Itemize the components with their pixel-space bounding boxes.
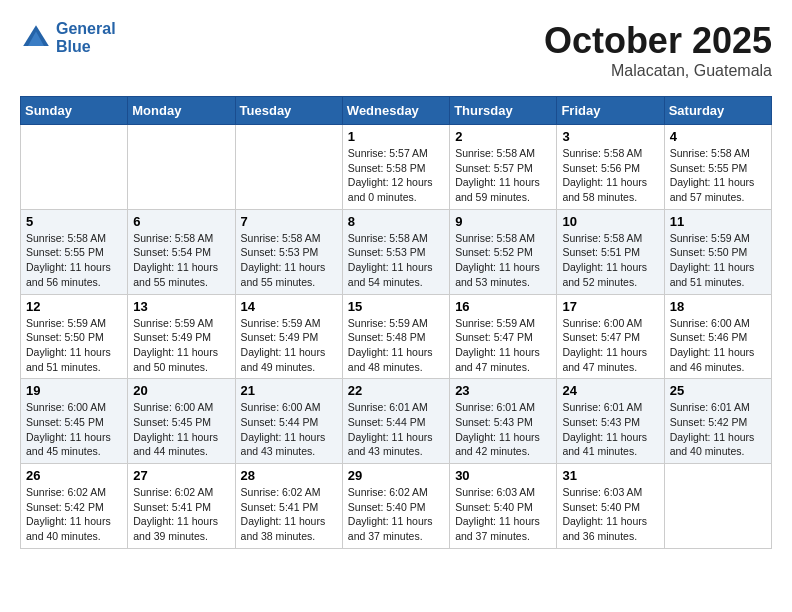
header-thursday: Thursday	[450, 97, 557, 125]
day-cell: 27Sunrise: 6:02 AMSunset: 5:41 PMDayligh…	[128, 464, 235, 549]
day-detail: Sunrise: 6:01 AMSunset: 5:43 PMDaylight:…	[562, 400, 658, 459]
day-number: 16	[455, 299, 551, 314]
day-number: 2	[455, 129, 551, 144]
day-number: 9	[455, 214, 551, 229]
day-number: 6	[133, 214, 229, 229]
week-row-4: 19Sunrise: 6:00 AMSunset: 5:45 PMDayligh…	[21, 379, 772, 464]
day-detail: Sunrise: 5:58 AMSunset: 5:55 PMDaylight:…	[26, 231, 122, 290]
day-detail: Sunrise: 5:57 AMSunset: 5:58 PMDaylight:…	[348, 146, 444, 205]
day-cell: 2Sunrise: 5:58 AMSunset: 5:57 PMDaylight…	[450, 125, 557, 210]
day-detail: Sunrise: 5:59 AMSunset: 5:47 PMDaylight:…	[455, 316, 551, 375]
day-number: 23	[455, 383, 551, 398]
day-cell: 22Sunrise: 6:01 AMSunset: 5:44 PMDayligh…	[342, 379, 449, 464]
day-cell: 11Sunrise: 5:59 AMSunset: 5:50 PMDayligh…	[664, 209, 771, 294]
day-cell: 26Sunrise: 6:02 AMSunset: 5:42 PMDayligh…	[21, 464, 128, 549]
week-row-3: 12Sunrise: 5:59 AMSunset: 5:50 PMDayligh…	[21, 294, 772, 379]
day-cell: 1Sunrise: 5:57 AMSunset: 5:58 PMDaylight…	[342, 125, 449, 210]
day-cell: 8Sunrise: 5:58 AMSunset: 5:53 PMDaylight…	[342, 209, 449, 294]
day-detail: Sunrise: 5:58 AMSunset: 5:57 PMDaylight:…	[455, 146, 551, 205]
day-cell: 30Sunrise: 6:03 AMSunset: 5:40 PMDayligh…	[450, 464, 557, 549]
header-wednesday: Wednesday	[342, 97, 449, 125]
day-detail: Sunrise: 5:58 AMSunset: 5:52 PMDaylight:…	[455, 231, 551, 290]
day-detail: Sunrise: 5:59 AMSunset: 5:50 PMDaylight:…	[26, 316, 122, 375]
day-detail: Sunrise: 5:59 AMSunset: 5:48 PMDaylight:…	[348, 316, 444, 375]
day-number: 1	[348, 129, 444, 144]
day-number: 4	[670, 129, 766, 144]
day-cell: 24Sunrise: 6:01 AMSunset: 5:43 PMDayligh…	[557, 379, 664, 464]
day-cell	[664, 464, 771, 549]
day-cell: 28Sunrise: 6:02 AMSunset: 5:41 PMDayligh…	[235, 464, 342, 549]
day-cell: 18Sunrise: 6:00 AMSunset: 5:46 PMDayligh…	[664, 294, 771, 379]
day-cell: 20Sunrise: 6:00 AMSunset: 5:45 PMDayligh…	[128, 379, 235, 464]
day-detail: Sunrise: 5:58 AMSunset: 5:51 PMDaylight:…	[562, 231, 658, 290]
day-number: 7	[241, 214, 337, 229]
day-number: 22	[348, 383, 444, 398]
day-number: 19	[26, 383, 122, 398]
day-number: 15	[348, 299, 444, 314]
day-detail: Sunrise: 6:02 AMSunset: 5:41 PMDaylight:…	[133, 485, 229, 544]
logo-text: General Blue	[56, 20, 116, 56]
day-detail: Sunrise: 5:59 AMSunset: 5:50 PMDaylight:…	[670, 231, 766, 290]
day-detail: Sunrise: 6:01 AMSunset: 5:44 PMDaylight:…	[348, 400, 444, 459]
header-saturday: Saturday	[664, 97, 771, 125]
week-row-1: 1Sunrise: 5:57 AMSunset: 5:58 PMDaylight…	[21, 125, 772, 210]
location: Malacatan, Guatemala	[544, 62, 772, 80]
day-cell: 4Sunrise: 5:58 AMSunset: 5:55 PMDaylight…	[664, 125, 771, 210]
header-monday: Monday	[128, 97, 235, 125]
day-cell: 17Sunrise: 6:00 AMSunset: 5:47 PMDayligh…	[557, 294, 664, 379]
day-cell: 3Sunrise: 5:58 AMSunset: 5:56 PMDaylight…	[557, 125, 664, 210]
day-cell: 7Sunrise: 5:58 AMSunset: 5:53 PMDaylight…	[235, 209, 342, 294]
day-detail: Sunrise: 6:00 AMSunset: 5:45 PMDaylight:…	[133, 400, 229, 459]
day-cell: 31Sunrise: 6:03 AMSunset: 5:40 PMDayligh…	[557, 464, 664, 549]
day-cell: 29Sunrise: 6:02 AMSunset: 5:40 PMDayligh…	[342, 464, 449, 549]
day-number: 28	[241, 468, 337, 483]
day-cell: 13Sunrise: 5:59 AMSunset: 5:49 PMDayligh…	[128, 294, 235, 379]
title-area: October 2025 Malacatan, Guatemala	[544, 20, 772, 80]
header-tuesday: Tuesday	[235, 97, 342, 125]
day-cell: 15Sunrise: 5:59 AMSunset: 5:48 PMDayligh…	[342, 294, 449, 379]
day-detail: Sunrise: 5:58 AMSunset: 5:55 PMDaylight:…	[670, 146, 766, 205]
day-detail: Sunrise: 5:59 AMSunset: 5:49 PMDaylight:…	[241, 316, 337, 375]
day-number: 27	[133, 468, 229, 483]
day-cell: 19Sunrise: 6:00 AMSunset: 5:45 PMDayligh…	[21, 379, 128, 464]
day-detail: Sunrise: 5:58 AMSunset: 5:56 PMDaylight:…	[562, 146, 658, 205]
day-cell	[21, 125, 128, 210]
day-cell: 6Sunrise: 5:58 AMSunset: 5:54 PMDaylight…	[128, 209, 235, 294]
day-number: 13	[133, 299, 229, 314]
day-number: 3	[562, 129, 658, 144]
header-sunday: Sunday	[21, 97, 128, 125]
day-detail: Sunrise: 5:58 AMSunset: 5:53 PMDaylight:…	[241, 231, 337, 290]
month-title: October 2025	[544, 20, 772, 62]
day-detail: Sunrise: 5:58 AMSunset: 5:54 PMDaylight:…	[133, 231, 229, 290]
logo-icon	[20, 22, 52, 54]
day-number: 14	[241, 299, 337, 314]
day-detail: Sunrise: 6:02 AMSunset: 5:42 PMDaylight:…	[26, 485, 122, 544]
day-cell: 25Sunrise: 6:01 AMSunset: 5:42 PMDayligh…	[664, 379, 771, 464]
day-detail: Sunrise: 6:00 AMSunset: 5:44 PMDaylight:…	[241, 400, 337, 459]
day-detail: Sunrise: 5:58 AMSunset: 5:53 PMDaylight:…	[348, 231, 444, 290]
day-detail: Sunrise: 6:01 AMSunset: 5:42 PMDaylight:…	[670, 400, 766, 459]
day-cell: 14Sunrise: 5:59 AMSunset: 5:49 PMDayligh…	[235, 294, 342, 379]
day-number: 11	[670, 214, 766, 229]
day-cell	[235, 125, 342, 210]
day-number: 29	[348, 468, 444, 483]
day-number: 10	[562, 214, 658, 229]
day-number: 31	[562, 468, 658, 483]
day-detail: Sunrise: 6:01 AMSunset: 5:43 PMDaylight:…	[455, 400, 551, 459]
day-cell: 10Sunrise: 5:58 AMSunset: 5:51 PMDayligh…	[557, 209, 664, 294]
day-detail: Sunrise: 6:02 AMSunset: 5:41 PMDaylight:…	[241, 485, 337, 544]
day-cell: 23Sunrise: 6:01 AMSunset: 5:43 PMDayligh…	[450, 379, 557, 464]
day-cell: 9Sunrise: 5:58 AMSunset: 5:52 PMDaylight…	[450, 209, 557, 294]
day-detail: Sunrise: 5:59 AMSunset: 5:49 PMDaylight:…	[133, 316, 229, 375]
day-number: 24	[562, 383, 658, 398]
day-detail: Sunrise: 6:03 AMSunset: 5:40 PMDaylight:…	[562, 485, 658, 544]
week-row-2: 5Sunrise: 5:58 AMSunset: 5:55 PMDaylight…	[21, 209, 772, 294]
day-number: 21	[241, 383, 337, 398]
calendar-header-row: SundayMondayTuesdayWednesdayThursdayFrid…	[21, 97, 772, 125]
day-detail: Sunrise: 6:00 AMSunset: 5:45 PMDaylight:…	[26, 400, 122, 459]
day-cell: 21Sunrise: 6:00 AMSunset: 5:44 PMDayligh…	[235, 379, 342, 464]
day-detail: Sunrise: 6:03 AMSunset: 5:40 PMDaylight:…	[455, 485, 551, 544]
day-number: 25	[670, 383, 766, 398]
day-cell: 12Sunrise: 5:59 AMSunset: 5:50 PMDayligh…	[21, 294, 128, 379]
day-number: 20	[133, 383, 229, 398]
